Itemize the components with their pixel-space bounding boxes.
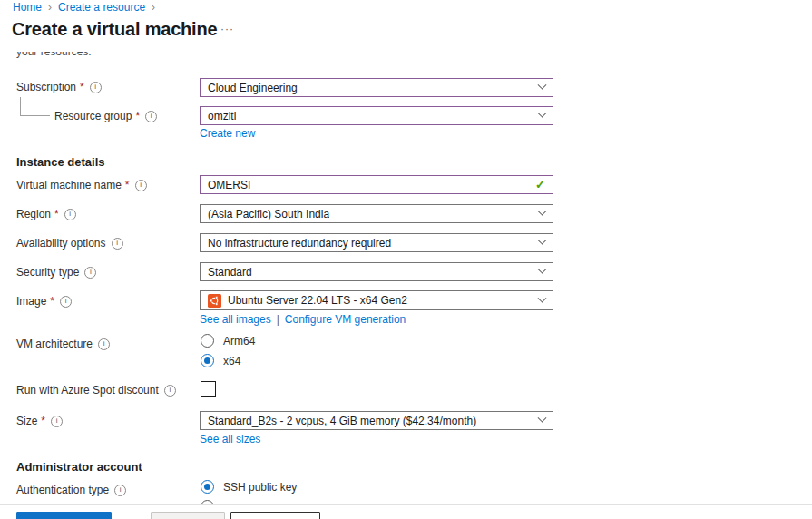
info-icon[interactable]: i: [90, 82, 102, 93]
footer-bar: [0, 504, 812, 519]
security-type-label: Security type i: [16, 266, 96, 279]
chevron-down-icon: [538, 293, 547, 302]
size-links: See all sizes: [200, 433, 260, 446]
chevron-down-icon: [538, 236, 547, 245]
image-value: Ubuntu Server 22.04 LTS - x64 Gen2: [228, 294, 407, 307]
create-new-link[interactable]: Create new: [200, 127, 255, 140]
size-value: Standard_B2s - 2 vcpus, 4 GiB memory ($4…: [208, 415, 476, 427]
info-icon[interactable]: i: [145, 111, 157, 122]
image-links: See all images | Configure VM generation: [200, 313, 406, 326]
availability-options-dropdown[interactable]: No infrastructure redundancy required: [200, 233, 553, 252]
instance-details-heading: Instance details: [16, 155, 105, 169]
footer-previous-button[interactable]: [151, 512, 225, 519]
vm-name-value: OMERSI: [208, 179, 250, 191]
region-value: (Asia Pacific) South India: [208, 208, 329, 220]
footer-primary-button[interactable]: [16, 512, 112, 519]
breadcrumb-item-home[interactable]: Home: [13, 1, 42, 14]
chevron-down-icon: [538, 414, 547, 423]
info-icon[interactable]: i: [98, 338, 110, 350]
size-label: Size * i: [16, 415, 63, 427]
required-asterisk: *: [125, 179, 130, 191]
radio-unselected-icon: [201, 334, 214, 348]
security-type-dropdown[interactable]: Standard: [200, 262, 553, 281]
required-asterisk: *: [135, 110, 140, 122]
info-icon[interactable]: i: [64, 209, 76, 220]
vm-arch-option-x64[interactable]: x64: [201, 354, 240, 367]
chevron-down-icon: [538, 81, 547, 90]
chevron-down-icon: [538, 265, 547, 274]
info-icon[interactable]: i: [112, 238, 123, 250]
vm-name-label: Virtual machine name * i: [16, 179, 147, 191]
image-label: Image * i: [16, 295, 72, 308]
availability-options-label: Availability options i: [16, 237, 123, 250]
availability-options-value: No infrastructure redundancy required: [208, 237, 391, 250]
info-icon[interactable]: i: [135, 180, 147, 191]
radio-selected-icon: [201, 480, 214, 494]
required-asterisk: *: [54, 208, 59, 220]
subscription-label: Subscription * i: [16, 81, 102, 93]
subscription-value: Cloud Engineering: [208, 82, 298, 94]
breadcrumb-separator-icon: ›: [48, 1, 52, 14]
create-new-row: Create new: [200, 127, 255, 140]
page-title: Create a virtual machine: [12, 19, 217, 40]
info-icon[interactable]: i: [51, 416, 63, 427]
image-dropdown[interactable]: Ubuntu Server 22.04 LTS - x64 Gen2: [200, 290, 553, 310]
breadcrumb-separator-icon: ›: [152, 1, 155, 14]
vm-arch-option-arm64[interactable]: Arm64: [201, 334, 255, 348]
info-icon[interactable]: i: [114, 485, 126, 496]
region-dropdown[interactable]: (Asia Pacific) South India: [200, 204, 553, 223]
spot-discount-checkbox[interactable]: [201, 381, 216, 397]
resource-group-label: Resource group * i: [54, 110, 157, 122]
resource-group-connector: [20, 97, 50, 116]
clipped-help-text: your resources.: [16, 52, 252, 60]
radio-selected-icon: [201, 354, 214, 367]
vm-architecture-label: VM architecture i: [16, 338, 110, 350]
administrator-account-heading: Administrator account: [16, 460, 142, 474]
spot-discount-label: Run with Azure Spot discount i: [16, 384, 176, 397]
configure-vm-generation-link[interactable]: Configure VM generation: [285, 313, 406, 326]
see-all-images-link[interactable]: See all images: [200, 313, 271, 326]
info-icon[interactable]: i: [84, 267, 96, 279]
security-type-value: Standard: [208, 266, 252, 279]
ubuntu-logo-icon: [208, 294, 221, 308]
link-separator: |: [277, 313, 279, 326]
size-dropdown[interactable]: Standard_B2s - 2 vcpus, 4 GiB memory ($4…: [200, 411, 553, 430]
required-asterisk: *: [41, 415, 45, 427]
create-vm-page: Home › Create a resource › Create a virt…: [0, 0, 812, 519]
required-asterisk: *: [80, 81, 84, 93]
info-icon[interactable]: i: [164, 385, 176, 397]
region-label: Region * i: [16, 208, 76, 220]
info-icon[interactable]: i: [60, 296, 72, 308]
resource-group-dropdown[interactable]: omziti: [200, 106, 553, 125]
chevron-down-icon: [538, 207, 547, 216]
required-asterisk: *: [50, 295, 54, 308]
footer-next-button[interactable]: [230, 512, 320, 519]
more-menu-icon[interactable]: ···: [220, 23, 234, 35]
resource-group-value: omziti: [208, 110, 236, 122]
breadcrumb: Home › Create a resource ›: [13, 1, 155, 14]
subscription-dropdown[interactable]: Cloud Engineering: [200, 78, 553, 97]
authentication-type-label: Authentication type i: [16, 484, 126, 496]
see-all-sizes-link[interactable]: See all sizes: [200, 433, 260, 446]
checkmark-icon: ✓: [535, 178, 545, 191]
vm-name-input[interactable]: OMERSI ✓: [200, 175, 553, 194]
auth-type-option-ssh[interactable]: SSH public key: [201, 480, 297, 494]
chevron-down-icon: [538, 109, 547, 118]
breadcrumb-item-create-a-resource[interactable]: Create a resource: [58, 1, 145, 14]
